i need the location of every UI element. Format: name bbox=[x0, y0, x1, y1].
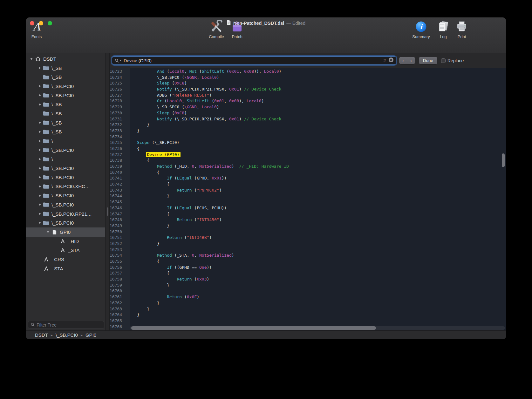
search-input[interactable]: Device (GPI0) 2 bbox=[112, 56, 396, 65]
find-next-button[interactable]: › bbox=[407, 57, 415, 64]
disclosure-triangle-icon[interactable] bbox=[37, 185, 43, 188]
find-bar: Device (GPI0) 2 ‹ › Done Replace bbox=[110, 53, 506, 68]
tree-item-gpi0[interactable]: GPI0 bbox=[26, 227, 105, 237]
replace-checkbox[interactable] bbox=[441, 58, 446, 63]
find-nav-buttons: ‹ › bbox=[399, 57, 415, 64]
tree-item-sb[interactable]: \_SB bbox=[26, 64, 105, 73]
code-line: 16760 bbox=[110, 288, 506, 294]
folder-icon bbox=[43, 75, 50, 80]
sidebar-splitter[interactable] bbox=[105, 53, 110, 330]
tree-item-sta[interactable]: _STA bbox=[26, 264, 105, 273]
disclosure-triangle-icon[interactable] bbox=[37, 203, 43, 206]
disclosure-triangle-icon[interactable] bbox=[37, 167, 43, 170]
line-number: 16734 bbox=[110, 134, 126, 140]
patch-button[interactable]: Patch bbox=[227, 19, 247, 39]
tree-item-sta[interactable]: _STA bbox=[26, 246, 105, 255]
disclosure-triangle-icon[interactable] bbox=[37, 67, 43, 69]
tree-item-sb[interactable]: \_SB bbox=[26, 100, 105, 109]
clear-search-button[interactable] bbox=[389, 57, 393, 64]
disclosure-triangle-icon[interactable] bbox=[37, 85, 43, 87]
line-number: 16746 bbox=[110, 205, 126, 211]
disclosure-triangle-icon[interactable] bbox=[37, 213, 43, 215]
disclosure-triangle-icon[interactable] bbox=[37, 158, 43, 160]
summary-button[interactable]: i Summary bbox=[411, 19, 431, 39]
folder-icon bbox=[43, 211, 50, 216]
method-icon bbox=[43, 266, 50, 271]
line-number: 16754 bbox=[110, 253, 126, 259]
tree-item-sbpci0[interactable]: \_SB.PCI0 bbox=[26, 218, 105, 227]
code-line: 16765 bbox=[110, 318, 506, 324]
disclosure-triangle-icon[interactable] bbox=[29, 58, 34, 60]
tree-item-label: \ bbox=[51, 138, 53, 144]
tree-item-crs[interactable]: _CRS bbox=[26, 255, 105, 264]
find-previous-button[interactable]: ‹ bbox=[399, 57, 407, 64]
tree-item-label: _HID bbox=[68, 239, 79, 244]
compile-button[interactable]: Compile bbox=[206, 19, 227, 39]
disclosure-triangle-icon[interactable] bbox=[37, 103, 43, 106]
code-line: 16753 bbox=[110, 247, 506, 253]
tree-item-sbpci0xhc[interactable]: \_SB.PCI0.XHC… bbox=[26, 182, 105, 191]
search-menu-icon[interactable] bbox=[115, 58, 121, 63]
disclosure-triangle-icon[interactable] bbox=[37, 94, 43, 97]
tree-item-sb[interactable]: \_SB bbox=[26, 72, 105, 82]
breadcrumb-item[interactable]: GPI0 bbox=[85, 332, 96, 338]
code-line: 16739 Method (_HID, 0, NotSerialized) //… bbox=[110, 164, 506, 170]
disclosure-triangle-icon[interactable] bbox=[37, 222, 43, 224]
tree-item-sb[interactable]: \_SB bbox=[26, 127, 105, 137]
disclosure-triangle-icon[interactable] bbox=[37, 194, 43, 197]
tree-item-sb[interactable]: \_SB bbox=[26, 109, 105, 118]
splitter-handle-icon bbox=[107, 207, 108, 216]
content-area: DSDT\_SB\_SB\_SB.PCI0\_SB.PCI0\_SB\_SB\_… bbox=[26, 53, 506, 330]
breadcrumb-item[interactable]: \_SB.PCI0 bbox=[56, 332, 78, 338]
print-button[interactable]: Print bbox=[452, 19, 472, 39]
tree-item-sb[interactable]: \_SB bbox=[26, 118, 105, 127]
disclosure-triangle-icon[interactable] bbox=[37, 176, 43, 179]
breadcrumb-item[interactable]: DSDT bbox=[35, 332, 48, 338]
disclosure-triangle-icon[interactable] bbox=[37, 121, 43, 124]
breadcrumb-separator: ▸ bbox=[81, 333, 83, 337]
vertical-scrollbar-thumb[interactable] bbox=[502, 153, 505, 167]
code-line: 16748 Return ("INT3450") bbox=[110, 217, 506, 223]
tree-item-label: \_SB bbox=[51, 120, 62, 125]
code-line: 16764 } bbox=[110, 312, 506, 318]
tree-item-label: \_SB.PCI0.RP21… bbox=[51, 211, 92, 217]
replace-label[interactable]: Replace bbox=[447, 58, 464, 63]
tree-item-sbpci0[interactable]: \_SB.PCI0 bbox=[26, 173, 105, 182]
doc-icon bbox=[51, 229, 58, 235]
tree-item-sbpci0[interactable]: \_SB.PCI0 bbox=[26, 82, 105, 91]
tree-item-sbpci0[interactable]: \_SB.PCI0 bbox=[26, 145, 105, 155]
done-button[interactable]: Done bbox=[419, 57, 437, 64]
code-line: 16762 } bbox=[110, 300, 506, 306]
horizontal-scrollbar-thumb[interactable] bbox=[131, 326, 376, 330]
filter-tree-input[interactable]: Filter Tree bbox=[28, 321, 104, 329]
app-window: Non-Patched_DSDT.dsl — Edited A Fonts bbox=[26, 17, 506, 339]
tree-item-label: \_SB bbox=[51, 74, 62, 80]
tree-item-dsdt[interactable]: DSDT bbox=[26, 54, 105, 64]
tree-item-sbpci0[interactable]: \_SB.PCI0 bbox=[26, 191, 105, 200]
code-editor[interactable]: 16723 And (Local0, Not (ShiftLeft (0x01,… bbox=[110, 68, 506, 330]
tree-item-sbpci0[interactable]: \_SB.PCI0 bbox=[26, 164, 105, 173]
tree-item-[interactable]: \ bbox=[26, 136, 105, 145]
line-number: 16764 bbox=[110, 312, 126, 318]
code-line: 16749 } bbox=[110, 223, 506, 229]
line-number: 16738 bbox=[110, 158, 126, 164]
line-number: 16758 bbox=[110, 276, 126, 282]
disclosure-triangle-icon[interactable] bbox=[37, 149, 43, 151]
tree-item-sbpci0[interactable]: \_SB.PCI0 bbox=[26, 91, 105, 100]
folder-icon bbox=[43, 220, 50, 226]
tree-item-[interactable]: \ bbox=[26, 155, 105, 164]
tree-item-hid[interactable]: _HID bbox=[26, 237, 105, 246]
disclosure-triangle-icon[interactable] bbox=[37, 140, 43, 142]
log-button[interactable]: Log bbox=[433, 19, 454, 39]
tree-item-sbpci0rp21[interactable]: \_SB.PCI0.RP21… bbox=[26, 209, 105, 219]
main-pane: Device (GPI0) 2 ‹ › Done Replace bbox=[110, 53, 506, 330]
disclosure-triangle-icon[interactable] bbox=[37, 131, 43, 133]
tree-item-sbpci0[interactable]: \_SB.PCI0 bbox=[26, 200, 105, 209]
disclosure-triangle-icon[interactable] bbox=[45, 231, 51, 233]
fonts-button[interactable]: A Fonts bbox=[26, 19, 47, 39]
horizontal-scrollbar[interactable] bbox=[130, 326, 505, 330]
code-line: 16737 Device (GPI0) bbox=[110, 152, 506, 158]
summary-icon: i bbox=[415, 19, 427, 34]
home-icon bbox=[34, 56, 41, 62]
tree-item-label: \_SB.PCI0 bbox=[51, 166, 74, 171]
